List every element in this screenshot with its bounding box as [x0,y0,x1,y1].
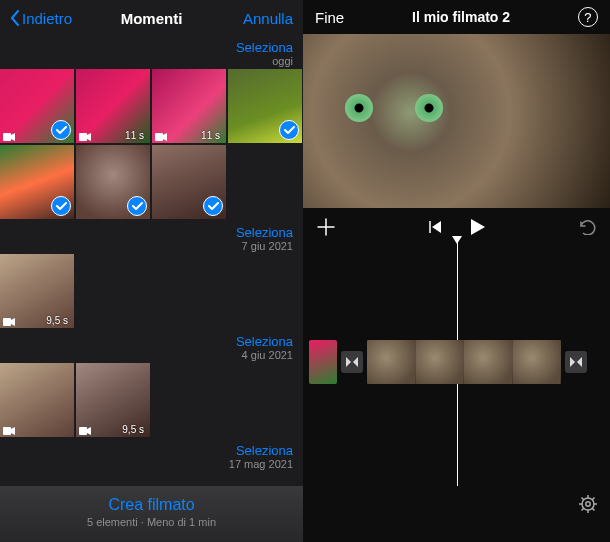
selected-check-icon [279,120,299,140]
svg-line-13 [592,508,594,510]
media-thumbnail[interactable]: 11 s [152,69,226,143]
clip-track [303,340,610,384]
svg-line-15 [592,498,594,500]
media-thumbnail[interactable] [0,69,74,143]
project-title: Il mio filmato 2 [412,9,510,25]
svg-point-7 [586,502,590,506]
svg-rect-2 [155,133,163,141]
video-icon [79,427,91,435]
transition-icon [345,356,359,368]
section-date-label: 17 mag 2021 [229,458,293,470]
timeline-clip[interactable] [367,340,561,384]
video-badge [155,133,167,141]
play-icon [470,218,486,236]
media-thumbnail[interactable] [0,363,74,437]
picker-header: Indietro Momenti Annulla [0,0,303,36]
create-movie-bar[interactable]: Crea filmato 5 elementi · Meno di 1 min [0,486,303,542]
skip-back-icon [428,220,442,234]
section-head: Seleziona 7 giu 2021 [0,221,303,254]
section-head-today: Seleziona oggi [0,36,303,69]
svg-line-14 [582,508,584,510]
preview-content [415,94,443,122]
transition-button[interactable] [341,351,363,373]
preview-content [345,94,373,122]
thumb-row: 9,5 s [0,254,303,328]
back-label: Indietro [22,10,72,27]
play-button[interactable] [470,218,486,236]
duration-label: 11 s [201,130,220,141]
help-button[interactable]: ? [578,7,598,27]
media-thumbnail[interactable] [0,145,74,219]
video-icon [3,133,15,141]
video-icon [155,133,167,141]
skip-back-button[interactable] [428,220,442,234]
video-icon [79,133,91,141]
timeline[interactable] [303,242,610,522]
video-icon [3,318,15,326]
video-badge [3,133,15,141]
media-thumbnail[interactable] [76,145,150,219]
select-all-link[interactable]: Seleziona [236,334,293,349]
selected-check-icon [51,196,71,216]
video-badge [3,427,15,435]
picker-title: Momenti [121,10,183,27]
media-thumbnail[interactable]: 11 s [76,69,150,143]
duration-label: 9,5 s [46,315,68,326]
video-badge [79,133,91,141]
svg-line-12 [582,498,584,500]
section-date-label: oggi [272,55,293,67]
section-head: Seleziona 4 giu 2021 [0,330,303,363]
selected-check-icon [127,196,147,216]
media-thumbnail[interactable]: 9,5 s [0,254,74,328]
create-movie-subtitle: 5 elementi · Meno di 1 min [0,516,303,528]
svg-rect-5 [79,427,87,435]
moments-picker-panel: Indietro Momenti Annulla Seleziona oggi … [0,0,303,542]
create-movie-title: Crea filmato [0,496,303,514]
selected-check-icon [51,120,71,140]
thumb-row [0,145,303,219]
thumb-row: 9,5 s [0,363,303,437]
cancel-button[interactable]: Annulla [243,10,293,27]
editor-panel: Fine Il mio filmato 2 ? [303,0,610,542]
section-head: Seleziona 17 mag 2021 [0,439,303,472]
svg-rect-3 [3,318,11,326]
section-date-label: 4 giu 2021 [242,349,293,361]
video-badge [79,427,91,435]
undo-button[interactable] [578,219,596,235]
video-badge [3,318,15,326]
editor-header: Fine Il mio filmato 2 ? [303,0,610,34]
thumb-row: 11 s 11 s [0,69,303,143]
settings-button[interactable] [578,494,598,514]
media-thumbnail[interactable]: 9,5 s [76,363,150,437]
plus-icon [317,218,335,236]
svg-point-6 [582,498,594,510]
help-icon: ? [584,10,591,25]
add-media-button[interactable] [317,218,335,236]
video-preview[interactable] [303,34,610,208]
chevron-left-icon [10,10,20,26]
media-thumbnail[interactable] [228,69,302,143]
select-all-link[interactable]: Seleziona [236,443,293,458]
transition-icon [569,356,583,368]
transition-button[interactable] [565,351,587,373]
duration-label: 9,5 s [122,424,144,435]
back-button[interactable]: Indietro [10,10,72,27]
media-thumbnail[interactable] [152,145,226,219]
timeline-clip[interactable] [309,340,337,384]
svg-rect-0 [3,133,11,141]
select-all-link[interactable]: Seleziona [236,225,293,240]
svg-rect-4 [3,427,11,435]
gear-icon [578,494,598,514]
selected-check-icon [203,196,223,216]
undo-icon [578,219,596,235]
svg-rect-1 [79,133,87,141]
video-icon [3,427,15,435]
select-all-link[interactable]: Seleziona [236,40,293,55]
duration-label: 11 s [125,130,144,141]
section-date-label: 7 giu 2021 [242,240,293,252]
done-button[interactable]: Fine [315,9,344,26]
